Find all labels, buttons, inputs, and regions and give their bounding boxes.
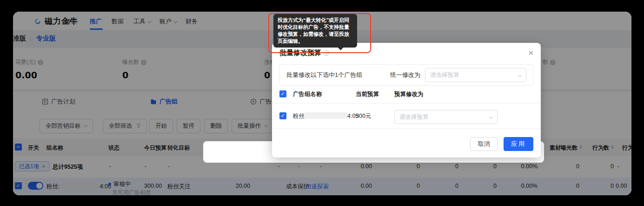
unify-budget-select[interactable]: 请选择预算	[425, 68, 526, 82]
modal-col-current-budget: 当前预算	[356, 90, 379, 98]
select-placeholder: 请选择预算	[430, 72, 459, 78]
batch-budget-modal: 批量修改预算? ✕ 批量修改以下选中1个广告组 统一修改为 请选择预算 广告组名…	[272, 43, 541, 158]
modal-col-name: 广告组名称	[293, 90, 322, 98]
chevron-down-icon	[489, 115, 493, 119]
modal-col-modify: 预算修改为	[394, 90, 424, 98]
modal-row-name: 粉丝4:05	[293, 112, 359, 120]
modal-row-current-budget: 300元	[356, 112, 371, 120]
modal-description: 批量修改以下选中1个广告组	[286, 71, 362, 79]
modal-select-all-checkbox[interactable]	[279, 90, 286, 97]
modal-row-budget-select[interactable]: 请选择预算	[394, 110, 498, 124]
cancel-button[interactable]: 取消	[470, 137, 498, 151]
redacted-text	[305, 112, 347, 119]
app-window: 磁力金牛 首页 推广 数据 工具 账户 财务 标准版 | 专业版 花费(元)? …	[13, 12, 631, 195]
chevron-down-icon	[518, 73, 522, 77]
modal-footer: 取消 应用	[470, 137, 533, 151]
modal-row-checkbox[interactable]	[279, 112, 286, 119]
annotation-highlight-rect	[268, 13, 371, 53]
close-icon[interactable]: ✕	[528, 49, 534, 57]
apply-button[interactable]: 应用	[504, 137, 533, 151]
unify-label: 统一修改为	[390, 71, 420, 79]
screenshot-canvas: 磁力金牛 首页 推广 数据 工具 账户 财务 标准版 | 专业版 花费(元)? …	[0, 0, 644, 206]
modal-table-row: 粉丝4:05 300元 请选择预算	[272, 103, 541, 129]
modal-table-header: 广告组名称 当前预算 预算修改为	[272, 89, 541, 103]
select-placeholder: 请选择预算	[399, 114, 429, 120]
modal-unify-section: 批量修改以下选中1个广告组 统一修改为 请选择预算	[279, 64, 533, 86]
